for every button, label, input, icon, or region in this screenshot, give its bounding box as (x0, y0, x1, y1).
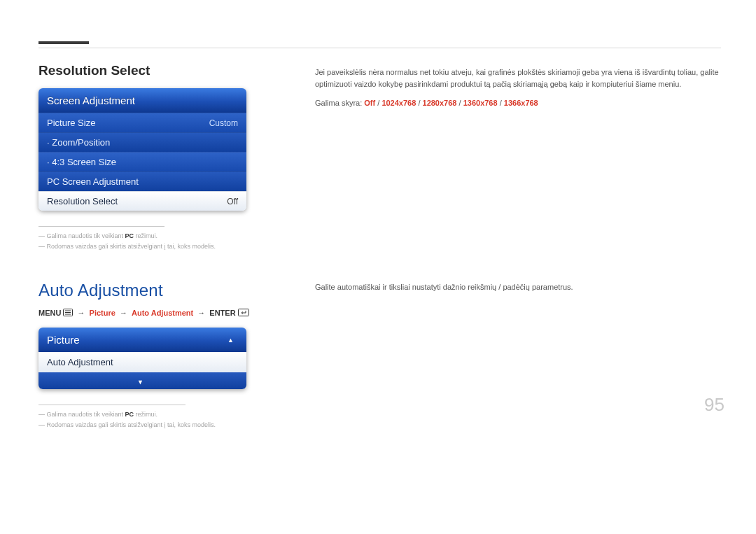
row-value: Off (227, 197, 238, 206)
menu-row-43-screen-size[interactable]: · 4:3 Screen Size (38, 152, 246, 171)
menu-row-picture-size[interactable]: Picture Size Custom (38, 113, 246, 132)
screen-adjustment-panel: Screen Adjustment Picture Size Custom · … (38, 88, 246, 211)
row-value: Custom (209, 118, 238, 128)
row-label: PC Screen Adjustment (47, 176, 139, 187)
footnotes-1: Galima naudotis tik veikiant PC režimui.… (38, 226, 284, 253)
menu-icon (63, 309, 73, 318)
horizontal-rule (38, 48, 721, 48)
picture-panel: Picture ▲ Auto Adjustment ▼ (38, 328, 246, 389)
section-tab-mark (38, 41, 89, 44)
section-title-resolution-select: Resolution Select (38, 63, 284, 78)
footnotes-2: Galima naudotis tik veikiant PC režimui.… (38, 405, 284, 431)
menu-row-auto-adjustment[interactable]: Auto Adjustment (38, 352, 246, 372)
enter-icon (238, 309, 249, 318)
menu-row-resolution-select[interactable]: Resolution Select Off (38, 191, 246, 211)
page-number: 95 (704, 394, 724, 416)
row-label: · 4:3 Screen Size (47, 157, 116, 167)
row-label: Picture Size (47, 118, 95, 128)
body-paragraph-2: Galite automatiškai ir tiksliai nustatyt… (315, 281, 721, 293)
row-label: Resolution Select (47, 196, 118, 206)
panel2-header: Picture ▲ (38, 328, 246, 352)
panel-header: Screen Adjustment (38, 88, 246, 113)
resolution-options: Galima skyra: Off / 1024x768 / 1280x768 … (315, 97, 721, 109)
menu-row-pc-screen-adjustment[interactable]: PC Screen Adjustment (38, 171, 246, 191)
row-label: · Zoom/Position (47, 137, 110, 148)
panel2-footer: ▼ (38, 372, 246, 389)
menu-row-zoom-position[interactable]: · Zoom/Position (38, 132, 246, 152)
triangle-up-icon[interactable]: ▲ (227, 337, 238, 344)
section-title-auto-adjustment: Auto Adjustment (38, 281, 284, 300)
menu-path: MENU → Picture → Auto Adjustment → ENTER (38, 309, 284, 318)
triangle-down-icon[interactable]: ▼ (137, 379, 148, 386)
body-paragraph-1: Jei paveikslėlis nėra normalus net tokiu… (315, 66, 721, 90)
